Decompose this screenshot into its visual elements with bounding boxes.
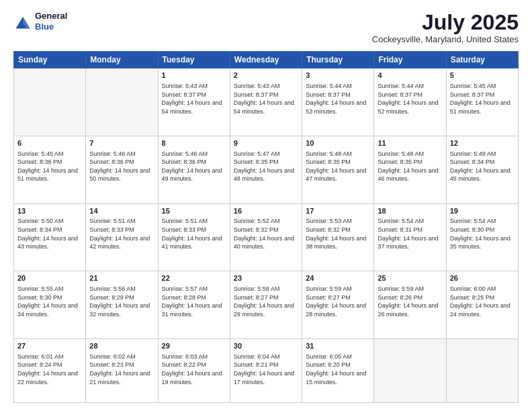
day-number: 22 [162,273,226,283]
day-number: 5 [450,71,515,81]
day-info: Sunrise: 6:00 AM Sunset: 8:25 PM Dayligh… [450,285,515,318]
day-number: 29 [162,341,226,351]
day-cell: 3Sunrise: 5:44 AM Sunset: 8:37 PM Daylig… [302,68,374,136]
day-number: 28 [89,341,154,351]
day-cell: 16Sunrise: 5:52 AM Sunset: 8:32 PM Dayli… [230,203,302,271]
day-info: Sunrise: 5:57 AM Sunset: 8:28 PM Dayligh… [162,285,226,318]
day-number: 10 [306,138,370,148]
day-number: 6 [17,138,82,148]
day-cell: 9Sunrise: 5:47 AM Sunset: 8:35 PM Daylig… [230,136,302,203]
day-cell: 7Sunrise: 5:46 AM Sunset: 8:36 PM Daylig… [86,136,158,203]
day-cell: 15Sunrise: 5:51 AM Sunset: 8:33 PM Dayli… [158,203,230,271]
day-cell: 24Sunrise: 5:59 AM Sunset: 8:27 PM Dayli… [302,271,374,339]
day-cell: 18Sunrise: 5:54 AM Sunset: 8:31 PM Dayli… [374,203,446,271]
day-number: 30 [234,341,298,351]
day-number: 27 [17,341,82,351]
day-number: 7 [89,138,154,148]
month-year: July 2025 [372,11,519,34]
day-cell: 21Sunrise: 5:56 AM Sunset: 8:29 PM Dayli… [86,271,158,339]
day-cell: 14Sunrise: 5:51 AM Sunset: 8:33 PM Dayli… [86,203,158,271]
day-number: 14 [89,206,154,216]
day-info: Sunrise: 5:46 AM Sunset: 8:36 PM Dayligh… [89,150,154,183]
day-number: 9 [234,138,298,148]
day-number: 19 [450,206,515,216]
header: General Blue July 2025 Cockeysville, Mar… [13,11,519,44]
day-info: Sunrise: 5:59 AM Sunset: 8:27 PM Dayligh… [306,285,370,318]
weekday-saturday: Saturday [446,52,518,68]
day-cell: 10Sunrise: 5:48 AM Sunset: 8:35 PM Dayli… [302,136,374,203]
day-cell: 11Sunrise: 5:48 AM Sunset: 8:35 PM Dayli… [374,136,446,203]
day-info: Sunrise: 5:49 AM Sunset: 8:34 PM Dayligh… [450,150,515,183]
day-cell: 26Sunrise: 6:00 AM Sunset: 8:25 PM Dayli… [446,271,518,339]
day-info: Sunrise: 5:51 AM Sunset: 8:33 PM Dayligh… [89,217,154,250]
day-info: Sunrise: 5:48 AM Sunset: 8:35 PM Dayligh… [378,150,442,183]
day-info: Sunrise: 5:53 AM Sunset: 8:32 PM Dayligh… [306,217,370,250]
page: General Blue July 2025 Cockeysville, Mar… [0,0,532,411]
day-info: Sunrise: 5:59 AM Sunset: 8:26 PM Dayligh… [378,285,442,318]
day-info: Sunrise: 5:46 AM Sunset: 8:36 PM Dayligh… [162,150,226,183]
week-row-5: 27Sunrise: 6:01 AM Sunset: 8:24 PM Dayli… [14,338,519,402]
week-row-1: 1Sunrise: 5:43 AM Sunset: 8:37 PM Daylig… [14,68,519,136]
weekday-sunday: Sunday [14,52,86,68]
day-cell: 23Sunrise: 5:58 AM Sunset: 8:27 PM Dayli… [230,271,302,339]
calendar-header: SundayMondayTuesdayWednesdayThursdayFrid… [14,52,519,68]
day-info: Sunrise: 5:55 AM Sunset: 8:30 PM Dayligh… [17,285,82,318]
day-info: Sunrise: 5:58 AM Sunset: 8:27 PM Dayligh… [234,285,298,318]
day-info: Sunrise: 5:50 AM Sunset: 8:34 PM Dayligh… [17,217,82,250]
day-number: 2 [234,71,298,81]
day-number: 25 [378,273,442,283]
day-info: Sunrise: 5:44 AM Sunset: 8:37 PM Dayligh… [306,82,370,116]
calendar-body: 1Sunrise: 5:43 AM Sunset: 8:37 PM Daylig… [14,68,519,403]
day-cell [374,338,446,402]
weekday-tuesday: Tuesday [158,52,230,68]
day-cell: 30Sunrise: 6:04 AM Sunset: 8:21 PM Dayli… [230,338,302,402]
day-number: 26 [450,273,515,283]
day-number: 13 [17,206,82,216]
day-cell: 31Sunrise: 6:05 AM Sunset: 8:20 PM Dayli… [302,338,374,402]
day-info: Sunrise: 5:45 AM Sunset: 8:37 PM Dayligh… [450,82,515,116]
day-info: Sunrise: 5:48 AM Sunset: 8:35 PM Dayligh… [306,150,370,183]
week-row-2: 6Sunrise: 5:45 AM Sunset: 8:36 PM Daylig… [14,136,519,203]
logo: General Blue [13,11,67,32]
day-cell: 5Sunrise: 5:45 AM Sunset: 8:37 PM Daylig… [446,68,518,136]
day-info: Sunrise: 5:44 AM Sunset: 8:37 PM Dayligh… [378,82,442,116]
day-cell: 27Sunrise: 6:01 AM Sunset: 8:24 PM Dayli… [14,338,86,402]
title-block: July 2025 Cockeysville, Maryland, United… [372,11,519,44]
day-info: Sunrise: 5:43 AM Sunset: 8:37 PM Dayligh… [162,82,226,116]
day-number: 31 [306,341,370,351]
day-info: Sunrise: 6:03 AM Sunset: 8:22 PM Dayligh… [162,353,226,386]
day-number: 8 [162,138,226,148]
day-cell [446,338,518,402]
day-cell: 1Sunrise: 5:43 AM Sunset: 8:37 PM Daylig… [158,68,230,136]
weekday-row: SundayMondayTuesdayWednesdayThursdayFrid… [14,52,519,68]
day-cell: 22Sunrise: 5:57 AM Sunset: 8:28 PM Dayli… [158,271,230,339]
day-cell: 28Sunrise: 6:02 AM Sunset: 8:23 PM Dayli… [86,338,158,402]
weekday-friday: Friday [374,52,446,68]
day-cell: 6Sunrise: 5:45 AM Sunset: 8:36 PM Daylig… [14,136,86,203]
weekday-wednesday: Wednesday [230,52,302,68]
day-info: Sunrise: 6:01 AM Sunset: 8:24 PM Dayligh… [17,353,82,386]
day-cell: 12Sunrise: 5:49 AM Sunset: 8:34 PM Dayli… [446,136,518,203]
day-number: 11 [378,138,442,148]
day-cell: 29Sunrise: 6:03 AM Sunset: 8:22 PM Dayli… [158,338,230,402]
day-info: Sunrise: 5:47 AM Sunset: 8:35 PM Dayligh… [234,150,298,183]
day-number: 4 [378,71,442,81]
day-number: 24 [306,273,370,283]
day-number: 20 [17,273,82,283]
day-cell: 25Sunrise: 5:59 AM Sunset: 8:26 PM Dayli… [374,271,446,339]
location: Cockeysville, Maryland, United States [372,34,519,44]
day-info: Sunrise: 5:43 AM Sunset: 8:37 PM Dayligh… [234,82,298,116]
day-cell: 4Sunrise: 5:44 AM Sunset: 8:37 PM Daylig… [374,68,446,136]
day-info: Sunrise: 5:51 AM Sunset: 8:33 PM Dayligh… [162,217,226,250]
calendar: SundayMondayTuesdayWednesdayThursdayFrid… [13,51,519,403]
logo-icon [13,12,32,31]
day-cell: 8Sunrise: 5:46 AM Sunset: 8:36 PM Daylig… [158,136,230,203]
day-info: Sunrise: 6:02 AM Sunset: 8:23 PM Dayligh… [89,353,154,386]
day-cell [86,68,158,136]
day-info: Sunrise: 5:54 AM Sunset: 8:30 PM Dayligh… [450,217,515,250]
logo-blue: Blue [35,21,67,32]
day-number: 3 [306,71,370,81]
day-number: 12 [450,138,515,148]
day-info: Sunrise: 5:52 AM Sunset: 8:32 PM Dayligh… [234,217,298,250]
day-info: Sunrise: 6:05 AM Sunset: 8:20 PM Dayligh… [306,353,370,386]
